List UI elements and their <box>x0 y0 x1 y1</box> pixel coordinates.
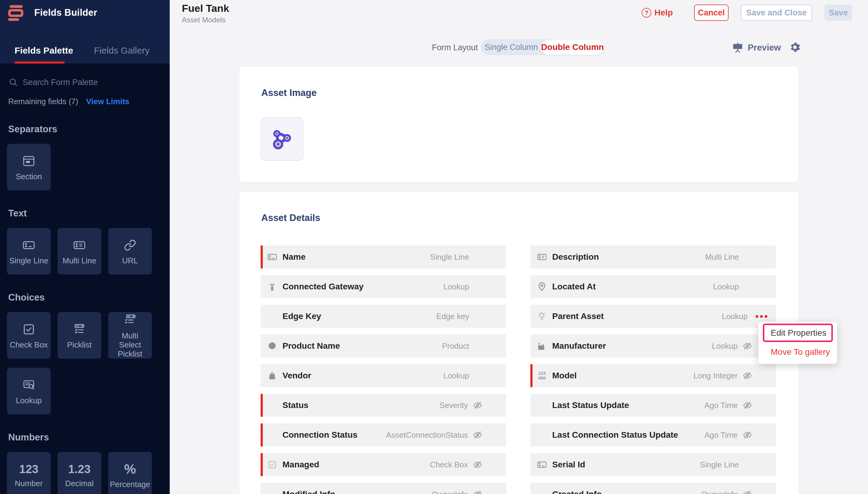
field-row-last-connection-status-update[interactable]: Last Connection Status Update Ago Time <box>530 423 776 446</box>
visibility-off-icon <box>743 490 752 494</box>
field-context-menu: Edit Properties Move To gallery <box>758 322 837 364</box>
palette-tile-number[interactable]: 123 Number <box>7 452 51 494</box>
palette-tile-picklist[interactable]: Picklist <box>58 312 101 359</box>
section-heading-choices: Choices <box>8 292 163 303</box>
settings-gear-icon[interactable] <box>788 41 801 54</box>
single-line-icon <box>536 459 548 471</box>
field-label: Modified Info <box>283 490 335 494</box>
field-row-parent-asset[interactable]: Parent Asset Lookup <box>530 305 776 328</box>
palette-tile-multi-line[interactable]: Multi Line <box>58 228 101 274</box>
tile-label: Section <box>14 172 44 181</box>
asset-model-belt-icon <box>270 127 294 151</box>
field-row-managed[interactable]: Managed Check Box <box>261 453 506 476</box>
visibility-off-icon <box>473 460 483 470</box>
cancel-button[interactable]: Cancel <box>694 4 728 21</box>
field-type: Single Line <box>700 460 739 470</box>
field-row-name[interactable]: Name Single Line <box>261 246 506 268</box>
palette-tile-lookup[interactable]: Lookup <box>7 368 51 414</box>
tile-label: Lookup <box>14 396 43 405</box>
form-layout-toggle: Single Column Double Column <box>481 39 604 55</box>
field-type: Lookup <box>713 282 739 291</box>
factory-icon <box>536 340 548 352</box>
preview-button[interactable]: Preview <box>732 42 781 53</box>
help-button[interactable]: ? Help <box>641 8 673 18</box>
tile-label: Multi Line <box>60 256 98 265</box>
tile-label: Check Box <box>8 340 50 349</box>
palette-tile-url[interactable]: URL <box>108 228 152 274</box>
field-row-edge-key[interactable]: Edge Key Edge key <box>261 305 506 328</box>
field-type: Check Box <box>430 460 468 470</box>
field-row-connection-status[interactable]: Connection Status AssetConnectionStatus <box>261 423 506 446</box>
field-row-last-status-update[interactable]: Last Status Update Ago Time <box>530 394 776 417</box>
field-label: Description <box>552 252 599 262</box>
active-tab-underline <box>15 61 65 63</box>
menu-item-move-to-gallery[interactable]: Move To gallery <box>771 347 837 357</box>
palette-tile-check-box[interactable]: Check Box <box>7 312 51 359</box>
view-limits-link[interactable]: View Limits <box>86 97 129 106</box>
palette-tile-percentage[interactable]: % Percentage <box>108 452 152 494</box>
page-subtitle: Asset Models <box>182 16 225 24</box>
visibility-off-icon <box>473 400 483 410</box>
fields-grid: Name Single Line Connected Gateway Looku… <box>261 246 776 494</box>
save-and-close-button[interactable]: Save and Close <box>741 4 812 21</box>
palette-tile-section[interactable]: Section <box>7 144 51 190</box>
product-box-icon <box>266 340 278 352</box>
field-row-description[interactable]: Description Multi Line <box>530 246 776 268</box>
field-row-located-at[interactable]: Located At Lookup <box>530 275 776 298</box>
field-label: Serial Id <box>552 460 585 470</box>
field-label: Edge Key <box>283 311 321 321</box>
tile-label: Picklist <box>66 340 94 349</box>
single-line-icon <box>22 237 36 253</box>
long-integer-icon: 123 456 <box>536 369 548 382</box>
field-label: Connection Status <box>283 430 357 440</box>
palette-search[interactable] <box>7 77 163 88</box>
double-column-option[interactable]: Double Column <box>541 40 604 55</box>
required-marker <box>261 246 263 268</box>
visibility-off-icon <box>743 371 752 380</box>
picklist-icon <box>72 321 86 337</box>
field-label: Connected Gateway <box>283 282 364 291</box>
url-link-icon <box>123 237 137 253</box>
lookup-icon <box>22 377 36 393</box>
field-row-model[interactable]: 123 456 Model Long Integer <box>530 364 776 387</box>
field-label: Last Status Update <box>552 400 629 410</box>
help-label: Help <box>654 8 673 18</box>
tile-label: Number <box>13 479 44 488</box>
field-row-status[interactable]: Status Severity <box>261 394 506 417</box>
row-menu-dots-icon[interactable] <box>756 315 767 318</box>
field-row-vendor[interactable]: Vendor Lookup <box>261 364 506 387</box>
field-label: Name <box>283 252 306 262</box>
asset-image-field[interactable] <box>261 117 303 161</box>
fields-column-left: Name Single Line Connected Gateway Looku… <box>261 246 506 494</box>
field-label: Model <box>552 371 577 380</box>
section-icon <box>22 153 36 169</box>
menu-item-edit-properties[interactable]: Edit Properties <box>763 324 833 342</box>
field-row-modified-info[interactable]: Modified Info OwnerInfo <box>261 483 506 494</box>
tile-label: Percentage <box>108 480 152 489</box>
field-row-product-name[interactable]: Product Name Product <box>261 335 506 358</box>
field-row-connected-gateway[interactable]: Connected Gateway Lookup <box>261 275 506 298</box>
tab-fields-gallery[interactable]: Fields Gallery <box>94 45 149 56</box>
tile-label: Decimal <box>64 479 95 488</box>
required-marker <box>261 453 263 476</box>
field-row-created-info[interactable]: Created Info OwnerInfo <box>530 483 776 494</box>
field-row-manufacturer[interactable]: Manufacturer Lookup <box>530 335 776 358</box>
field-label: Vendor <box>283 371 311 380</box>
field-type: Multi Line <box>705 252 739 262</box>
field-row-serial-id[interactable]: Serial Id Single Line <box>530 453 776 476</box>
field-type: OwnerInfo <box>701 490 738 494</box>
tab-fields-palette[interactable]: Fields Palette <box>15 45 73 56</box>
decimal-icon: 1.23 <box>68 463 91 476</box>
single-column-option[interactable]: Single Column <box>481 39 542 55</box>
search-input[interactable] <box>23 78 150 87</box>
bulb-icon <box>536 310 548 322</box>
field-label: Product Name <box>283 341 340 351</box>
palette-tile-multi-select-picklist[interactable]: Multi Select Picklist <box>108 312 152 359</box>
palette-tile-decimal[interactable]: 1.23 Decimal <box>58 452 101 494</box>
tile-label: Multi Select Picklist <box>108 331 152 358</box>
single-line-icon <box>266 251 278 263</box>
field-type: Edge key <box>436 312 469 321</box>
save-button[interactable]: Save <box>824 4 852 21</box>
palette-tile-single-line[interactable]: Single Line <box>7 228 51 274</box>
required-marker <box>261 423 263 446</box>
